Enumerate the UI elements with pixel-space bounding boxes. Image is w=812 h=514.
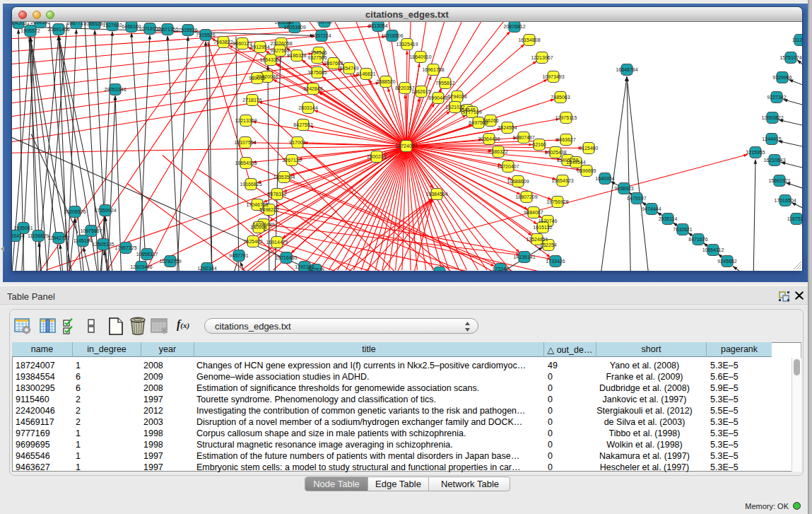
svg-text:5878312: 5878312 <box>267 192 286 197</box>
svg-text:16053809: 16053809 <box>283 25 305 30</box>
svg-text:9884067: 9884067 <box>524 210 543 215</box>
svg-text:6497508: 6497508 <box>469 120 488 125</box>
svg-text:20364436: 20364436 <box>478 136 500 141</box>
svg-text:252254: 252254 <box>540 243 556 247</box>
svg-text:16648784: 16648784 <box>616 67 637 72</box>
svg-text:1935061: 1935061 <box>13 226 33 230</box>
svg-text:19384554: 19384554 <box>425 192 447 197</box>
svg-text:7663822: 7663822 <box>213 40 233 45</box>
svg-text:62160: 62160 <box>532 142 546 147</box>
svg-text:1549544: 1549544 <box>566 160 585 165</box>
svg-text:9474444: 9474444 <box>642 206 661 211</box>
svg-text:2935114: 2935114 <box>659 216 678 221</box>
svg-text:1905572: 1905572 <box>20 28 40 33</box>
svg-text:3915434: 3915434 <box>12 233 25 238</box>
svg-text:8912954: 8912954 <box>250 45 269 49</box>
svg-text:9146821: 9146821 <box>356 71 375 76</box>
svg-text:13325419: 13325419 <box>396 42 418 47</box>
svg-text:7632621: 7632621 <box>673 227 692 232</box>
svg-text:16914479: 16914479 <box>266 240 288 245</box>
svg-text:9329966: 9329966 <box>772 75 792 80</box>
svg-text:7515526: 7515526 <box>196 33 215 37</box>
svg-text:1120746: 1120746 <box>539 218 558 223</box>
svg-text:1615132: 1615132 <box>533 225 552 230</box>
svg-text:10025438: 10025438 <box>544 150 566 155</box>
svg-text:6794028: 6794028 <box>447 94 466 99</box>
svg-text:12923446: 12923446 <box>130 264 152 269</box>
svg-text:154546: 154546 <box>310 50 326 55</box>
svg-text:9938923: 9938923 <box>614 186 633 191</box>
svg-text:17016504: 17016504 <box>774 198 796 203</box>
svg-text:7386322: 7386322 <box>488 149 507 154</box>
svg-text:8454749: 8454749 <box>339 66 358 71</box>
svg-text:140994: 140994 <box>250 225 266 230</box>
svg-text:8990448: 8990448 <box>428 95 447 100</box>
svg-text:2803144: 2803144 <box>298 105 317 110</box>
svg-text:12942737: 12942737 <box>47 235 69 240</box>
svg-text:19654935: 19654935 <box>235 160 257 165</box>
svg-text:15751074: 15751074 <box>779 55 801 60</box>
svg-text:92929: 92929 <box>433 270 447 271</box>
svg-text:11353594: 11353594 <box>273 175 295 180</box>
svg-text:20876812: 20876812 <box>503 24 525 29</box>
svg-text:20206576: 20206576 <box>64 209 86 214</box>
svg-text:9327505: 9327505 <box>270 48 289 53</box>
svg-text:2800213: 2800213 <box>367 154 386 159</box>
svg-text:10654112: 10654112 <box>702 247 724 252</box>
svg-text:10107554: 10107554 <box>234 140 256 145</box>
svg-text:917004: 917004 <box>289 140 305 145</box>
svg-text:7485063: 7485063 <box>551 95 570 100</box>
svg-text:2867608: 2867608 <box>324 61 343 66</box>
svg-text:2588520: 2588520 <box>376 79 395 84</box>
svg-text:9227342: 9227342 <box>767 95 786 100</box>
svg-text:19218506: 19218506 <box>381 33 403 38</box>
svg-text:16961758: 16961758 <box>422 67 444 72</box>
svg-text:12093822: 12093822 <box>761 115 783 120</box>
svg-text:16154808: 16154808 <box>518 37 540 42</box>
svg-text:19166825: 19166825 <box>240 182 261 187</box>
svg-text:12213369: 12213369 <box>235 118 257 123</box>
svg-text:13524851: 13524851 <box>526 237 548 242</box>
svg-text:6479197: 6479197 <box>627 196 646 201</box>
svg-text:14136141: 14136141 <box>513 255 535 259</box>
svg-text:19756928: 19756928 <box>546 199 568 204</box>
svg-text:1167534: 1167534 <box>787 216 802 221</box>
svg-text:8813054: 8813054 <box>368 23 387 28</box>
svg-text:8471676: 8471676 <box>688 237 707 242</box>
svg-text:16210643: 16210643 <box>763 158 785 163</box>
svg-text:10975867: 10975867 <box>80 228 102 233</box>
svg-text:1733426: 1733426 <box>546 259 565 264</box>
svg-text:5498222: 5498222 <box>259 207 278 212</box>
svg-text:0899695: 0899695 <box>577 168 596 173</box>
svg-text:15716485: 15716485 <box>275 255 297 260</box>
svg-text:18807209: 18807209 <box>515 194 537 199</box>
svg-text:10688609: 10688609 <box>507 179 529 184</box>
svg-text:8427552: 8427552 <box>293 122 312 127</box>
svg-text:9242848: 9242848 <box>303 86 322 91</box>
svg-text:173342: 173342 <box>492 267 508 271</box>
svg-text:3267130: 3267130 <box>282 158 301 163</box>
svg-text:16543362: 16543362 <box>259 57 281 62</box>
svg-text:8186328: 8186328 <box>287 53 306 58</box>
svg-text:17957225: 17957225 <box>114 245 136 250</box>
svg-text:3215955: 3215955 <box>746 150 765 155</box>
svg-text:7357224: 7357224 <box>312 33 331 38</box>
svg-text:3875685: 3875685 <box>307 70 326 75</box>
svg-text:12213967: 12213967 <box>531 55 553 60</box>
svg-text:10958117: 10958117 <box>136 252 158 257</box>
svg-text:1362615: 1362615 <box>411 89 430 94</box>
svg-text:11156829: 11156829 <box>28 233 49 238</box>
svg-text:17359924: 17359924 <box>94 208 116 213</box>
svg-text:9245652: 9245652 <box>717 259 736 264</box>
svg-text:16782759: 16782759 <box>159 259 181 264</box>
svg-text:9660123: 9660123 <box>233 41 252 46</box>
svg-text:10973493: 10973493 <box>542 74 564 79</box>
svg-text:29053346: 29053346 <box>104 87 126 92</box>
svg-text:20691406: 20691406 <box>47 27 69 32</box>
svg-text:17046768: 17046768 <box>246 202 268 207</box>
svg-text:15692971: 15692971 <box>768 178 790 183</box>
svg-text:1527602: 1527602 <box>102 23 122 28</box>
svg-text:7515526: 7515526 <box>178 28 197 33</box>
svg-text:9115460: 9115460 <box>579 146 599 151</box>
svg-text:19654923: 19654923 <box>551 178 573 183</box>
